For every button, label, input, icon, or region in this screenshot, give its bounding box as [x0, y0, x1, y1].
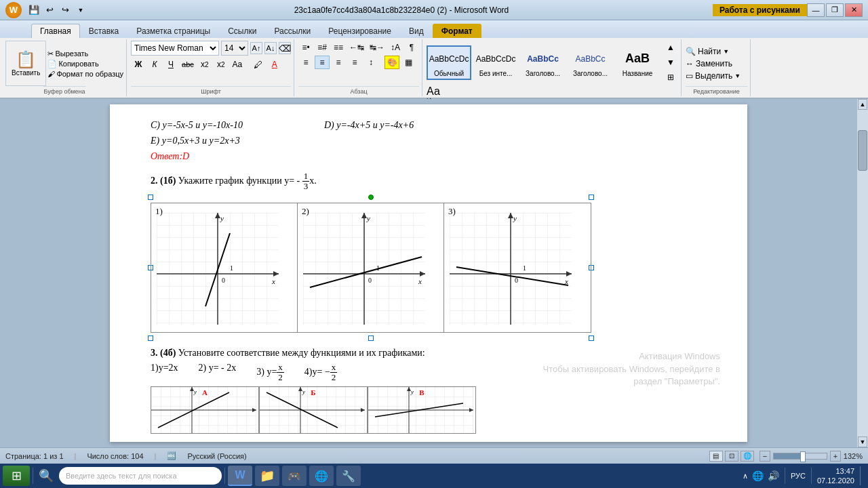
tab-page-layout[interactable]: Разметка страницы	[127, 24, 219, 38]
styles-scroll-down[interactable]: ▼	[663, 56, 678, 69]
paste-button[interactable]: 📋 Вставить	[5, 41, 46, 86]
vertical-scrollbar[interactable]: ▲ ▼	[857, 99, 868, 447]
copy-button[interactable]: 📄 Копировать	[47, 60, 123, 68]
taskbar-search[interactable]: Введите здесь текст для поиска	[59, 467, 222, 485]
style-heading1[interactable]: AaBbCc Заголово...	[520, 45, 566, 80]
handle-tm[interactable]	[368, 195, 374, 200]
numbering-button[interactable]: ≡#	[315, 41, 330, 54]
network-icon[interactable]: 🌐	[752, 470, 764, 481]
sort-button[interactable]: ↕A	[388, 41, 403, 54]
highlight-button[interactable]: 🖊	[251, 58, 266, 71]
tab-format[interactable]: Формат	[433, 24, 481, 38]
handle-tr[interactable]	[589, 195, 594, 200]
font-color-button[interactable]: А	[267, 58, 282, 71]
office-button[interactable]: W	[5, 2, 22, 18]
font-shrink-button[interactable]: A↓	[264, 42, 277, 54]
format-painter-button[interactable]: 🖌 Формат по образцу	[47, 70, 123, 78]
start-button[interactable]: ⊞	[3, 466, 30, 486]
search-icon[interactable]: 🔍	[36, 468, 56, 483]
graphs-container: 1)	[151, 203, 591, 333]
svg-text:1: 1	[230, 264, 233, 272]
superscript-button[interactable]: x2	[214, 58, 229, 71]
zoom-in-button[interactable]: +	[830, 451, 841, 462]
language: Русский (Россия)	[187, 452, 246, 460]
clock[interactable]: 13:47 07.12.2020	[817, 466, 854, 486]
proofing-icon[interactable]: 🔤	[167, 451, 176, 460]
chevron-up-icon[interactable]: ∧	[743, 472, 748, 481]
show-desktop-button[interactable]	[860, 466, 865, 485]
decrease-indent-button[interactable]: ←↹	[347, 41, 366, 54]
view-full-screen[interactable]: ⊡	[725, 451, 738, 462]
graph-3: 3) y	[444, 203, 591, 332]
style-normal[interactable]: AaBbCcDc Обычный	[427, 45, 471, 80]
taskbar-chrome[interactable]: 🌐	[309, 466, 334, 486]
volume-icon[interactable]: 🔊	[768, 470, 779, 481]
handle-bl[interactable]	[148, 336, 153, 341]
undo-button[interactable]: ↩	[43, 3, 56, 17]
multilevel-list-button[interactable]: ≡≡	[331, 41, 346, 54]
change-case-button[interactable]: Аа	[230, 58, 245, 71]
zoom-thumb[interactable]	[800, 451, 806, 462]
dropdown-arrow[interactable]: ▼	[74, 3, 87, 17]
clear-format-button[interactable]: ⌫	[279, 42, 291, 54]
font-size-select[interactable]: 14	[221, 41, 248, 56]
style-no-spacing[interactable]: AaBbCcDc Без инте...	[473, 45, 518, 80]
taskbar-app5[interactable]: 🔧	[336, 466, 361, 486]
language-indicator[interactable]: РУС	[791, 472, 806, 480]
scroll-down-button[interactable]: ▼	[858, 436, 867, 447]
shading-button[interactable]: 🎨	[384, 56, 399, 69]
handle-tl[interactable]	[148, 195, 153, 200]
strikethrough-button[interactable]: abc	[180, 58, 196, 71]
underline-button[interactable]: Ч	[163, 58, 178, 71]
save-button[interactable]: 💾	[27, 3, 41, 17]
taskbar-steam[interactable]: 🎮	[282, 466, 307, 486]
cut-button[interactable]: ✂ Вырезать	[47, 49, 123, 58]
select-button[interactable]: ▭ Выделить ▼	[686, 71, 747, 81]
view-web[interactable]: 🌐	[741, 451, 754, 462]
border-button[interactable]: ▦	[401, 56, 416, 69]
style-heading2[interactable]: AaBbCc Заголово...	[568, 45, 613, 80]
tab-review[interactable]: Рецензирование	[319, 24, 400, 38]
subscript-button[interactable]: x2	[197, 58, 212, 71]
restore-button[interactable]: ❐	[826, 3, 844, 17]
minimize-button[interactable]: —	[807, 3, 825, 17]
graphs-image[interactable]: 1)	[151, 197, 591, 338]
bullets-button[interactable]: ≡•	[298, 41, 313, 54]
align-left-button[interactable]: ≡	[298, 56, 313, 69]
align-right-button[interactable]: ≡	[331, 56, 346, 69]
styles-more[interactable]: ⊞	[663, 70, 678, 84]
increase-indent-button[interactable]: ↹→	[368, 41, 387, 54]
document-scroll-area[interactable]: C) y=-5x-5 и y=-10x-10 D) y=-4x+5 и y=-4…	[0, 99, 857, 447]
font-name-select[interactable]: Times New Roman	[131, 41, 219, 56]
tab-insert[interactable]: Вставка	[80, 24, 128, 38]
justify-button[interactable]: ≡	[347, 56, 362, 69]
bold-button[interactable]: Ж	[131, 58, 146, 71]
view-print-layout[interactable]: ▤	[709, 451, 723, 462]
replace-button[interactable]: ↔ Заменить	[686, 59, 747, 68]
zoom-slider[interactable]	[773, 453, 827, 460]
styles-scroll-up[interactable]: ▲	[663, 41, 678, 54]
zoom-out-button[interactable]: −	[760, 451, 770, 462]
show-hide-button[interactable]: ¶	[404, 41, 419, 54]
taskbar-explorer[interactable]: 📁	[255, 466, 279, 486]
redo-button[interactable]: ↪	[58, 3, 72, 17]
handle-br[interactable]	[589, 336, 594, 341]
find-button[interactable]: 🔍 Найти ▼	[686, 47, 747, 56]
document-page[interactable]: C) y=-5x-5 и y=-10x-10 D) y=-4x+5 и y=-4…	[110, 104, 747, 442]
answer-line: Ответ:D	[151, 149, 707, 163]
tab-references[interactable]: Ссылки	[219, 24, 265, 38]
taskbar-word[interactable]: W	[228, 466, 252, 486]
scroll-thumb[interactable]	[858, 130, 867, 171]
line-spacing-button[interactable]: ↕	[363, 56, 378, 69]
close-button[interactable]: ✕	[845, 3, 863, 17]
font-grow-button[interactable]: A↑	[250, 42, 262, 54]
tab-view[interactable]: Вид	[400, 24, 433, 38]
q3-graphs-row: А y Б	[151, 386, 707, 434]
style-title[interactable]: АаВ Название	[615, 45, 660, 80]
handle-bm[interactable]	[368, 336, 374, 341]
align-center-button[interactable]: ≡	[315, 56, 330, 69]
tab-mailings[interactable]: Рассылки	[265, 24, 319, 38]
tab-home[interactable]: Главная	[31, 24, 80, 38]
scroll-up-button[interactable]: ▲	[858, 99, 867, 110]
italic-button[interactable]: К	[147, 58, 162, 71]
